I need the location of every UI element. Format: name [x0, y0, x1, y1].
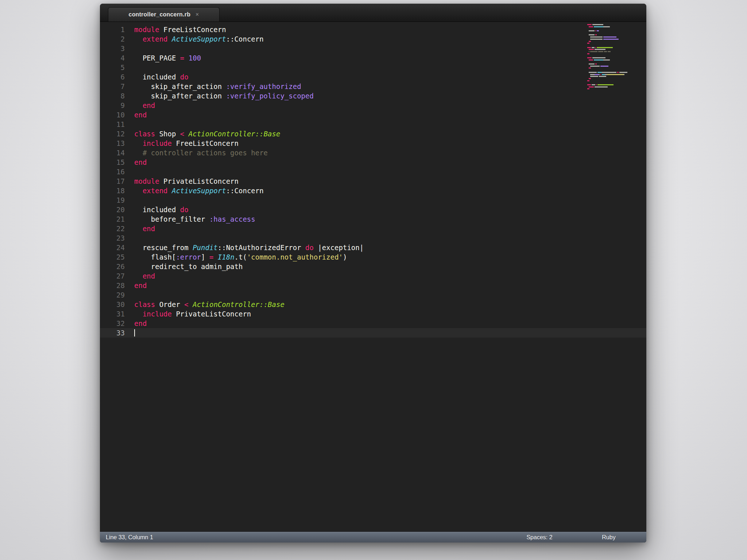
code-line[interactable]: 26 redirect_to admin_path — [100, 262, 646, 271]
code-line[interactable]: 8 skip_after_action :verify_policy_scope… — [100, 91, 646, 101]
code-line[interactable]: 1module FreeListConcern — [100, 25, 646, 34]
line-number[interactable]: 26 — [100, 262, 125, 271]
minimap-segment — [590, 39, 603, 40]
minimap-segment — [589, 67, 591, 69]
tab-controller-concern[interactable]: controller_concern.rb × — [108, 7, 220, 22]
code-line[interactable]: 20 included do — [100, 205, 646, 214]
line-number[interactable]: 33 — [100, 328, 125, 338]
line-number[interactable]: 22 — [100, 224, 125, 233]
line-number[interactable]: 19 — [100, 195, 125, 205]
line-number[interactable]: 31 — [100, 309, 125, 319]
code-line[interactable]: 19 — [100, 195, 646, 205]
line-text — [125, 291, 134, 299]
code-line[interactable]: 30class Order < ActionController::Base — [100, 300, 646, 309]
line-number[interactable]: 9 — [100, 101, 125, 110]
minimap-segment — [595, 34, 597, 35]
code-line[interactable]: 13 include FreeListConcern — [100, 139, 646, 148]
minimap-segment — [603, 26, 610, 27]
code-token — [213, 253, 217, 261]
line-text: # controller actions goes here — [125, 149, 268, 157]
syntax-menu[interactable]: Ruby — [574, 534, 643, 541]
code-line[interactable]: 7 skip_after_action :verify_authorized — [100, 82, 646, 91]
line-number[interactable]: 18 — [100, 186, 125, 195]
code-line[interactable]: 23 — [100, 233, 646, 243]
minimap-segment — [590, 36, 603, 38]
line-number[interactable]: 2 — [100, 34, 125, 44]
line-number[interactable]: 7 — [100, 82, 125, 91]
code-line[interactable]: 16 — [100, 167, 646, 176]
line-number[interactable]: 14 — [100, 148, 125, 158]
line-number[interactable]: 8 — [100, 91, 125, 101]
code-line[interactable]: 28end — [100, 281, 646, 290]
code-lines: 1module FreeListConcern2 extend ActiveSu… — [100, 22, 646, 532]
line-number[interactable]: 11 — [100, 120, 125, 129]
code-token: end — [134, 319, 147, 327]
line-number[interactable]: 20 — [100, 205, 125, 214]
line-number[interactable]: 29 — [100, 290, 125, 300]
code-line[interactable]: 3 — [100, 44, 646, 53]
code-line[interactable]: 10end — [100, 110, 646, 120]
indentation-menu[interactable]: Spaces: 2 — [505, 534, 574, 541]
line-text: end — [125, 272, 155, 280]
code-token: ActiveSupport — [172, 187, 226, 195]
code-line[interactable]: 15end — [100, 158, 646, 167]
code-line[interactable]: 33 — [100, 328, 646, 338]
line-number[interactable]: 4 — [100, 53, 125, 63]
code-line[interactable]: 17module PrivateListConcern — [100, 176, 646, 186]
line-number[interactable]: 6 — [100, 72, 125, 82]
minimap-segment — [589, 63, 595, 65]
line-number[interactable]: 27 — [100, 271, 125, 281]
code-line[interactable]: 18 extend ActiveSupport::Concern — [100, 186, 646, 195]
code-line[interactable]: 31 include PrivateListConcern — [100, 309, 646, 319]
code-line[interactable]: 2 extend ActiveSupport::Concern — [100, 34, 646, 44]
code-token: PER_PAGE — [134, 54, 180, 62]
line-number[interactable]: 30 — [100, 300, 125, 309]
line-number[interactable]: 17 — [100, 176, 125, 186]
line-number[interactable]: 16 — [100, 167, 125, 176]
line-number[interactable]: 5 — [100, 63, 125, 72]
minimap-segment — [587, 76, 590, 77]
line-text — [125, 329, 135, 337]
code-line[interactable]: 4 PER_PAGE = 100 — [100, 53, 646, 63]
code-line[interactable]: 29 — [100, 290, 646, 300]
editor-area[interactable]: 1module FreeListConcern2 extend ActiveSu… — [100, 22, 646, 532]
line-number[interactable]: 13 — [100, 139, 125, 148]
line-number[interactable]: 15 — [100, 158, 125, 167]
minimap-segment — [594, 26, 603, 27]
code-line[interactable]: 6 included do — [100, 72, 646, 82]
code-token — [189, 300, 193, 308]
code-line[interactable]: 11 — [100, 120, 646, 129]
line-number[interactable]: 10 — [100, 110, 125, 120]
code-line[interactable]: 9 end — [100, 101, 646, 110]
line-number[interactable]: 28 — [100, 281, 125, 290]
line-number[interactable]: 32 — [100, 319, 125, 328]
line-number[interactable]: 24 — [100, 243, 125, 252]
tab-close-icon[interactable]: × — [196, 12, 199, 18]
code-line[interactable]: 12class Shop < ActionController::Base — [100, 129, 646, 139]
minimap-segment — [589, 34, 595, 35]
minimap[interactable] — [587, 24, 645, 93]
code-line[interactable]: 24 rescue_from Pundit::NotAuthorizedErro… — [100, 243, 646, 252]
code-line[interactable]: 32end — [100, 319, 646, 328]
line-text: module FreeListConcern — [125, 26, 226, 34]
line-number[interactable]: 3 — [100, 44, 125, 53]
line-number[interactable]: 12 — [100, 129, 125, 139]
line-number[interactable]: 1 — [100, 25, 125, 34]
minimap-segment — [587, 74, 590, 75]
code-line[interactable]: 21 before_filter :has_access — [100, 214, 646, 224]
code-token: class — [134, 300, 155, 308]
code-line[interactable]: 25 flash[:error] = I18n.t('common.not_au… — [100, 252, 646, 262]
line-text: end — [125, 281, 147, 289]
line-number[interactable]: 21 — [100, 214, 125, 224]
line-number[interactable]: 25 — [100, 252, 125, 262]
code-line[interactable]: 5 — [100, 63, 646, 72]
minimap-segment — [607, 74, 624, 75]
code-line[interactable]: 22 end — [100, 224, 646, 233]
code-line[interactable]: 14 # controller actions goes here — [100, 148, 646, 158]
desktop-background: { "window": { "tab": { "title": "control… — [0, 0, 747, 560]
code-line[interactable]: 27 end — [100, 271, 646, 281]
minimap-segment — [589, 86, 594, 88]
status-bar-right: Spaces: 2 Ruby — [505, 534, 643, 541]
code-token — [134, 310, 143, 318]
line-number[interactable]: 23 — [100, 233, 125, 243]
